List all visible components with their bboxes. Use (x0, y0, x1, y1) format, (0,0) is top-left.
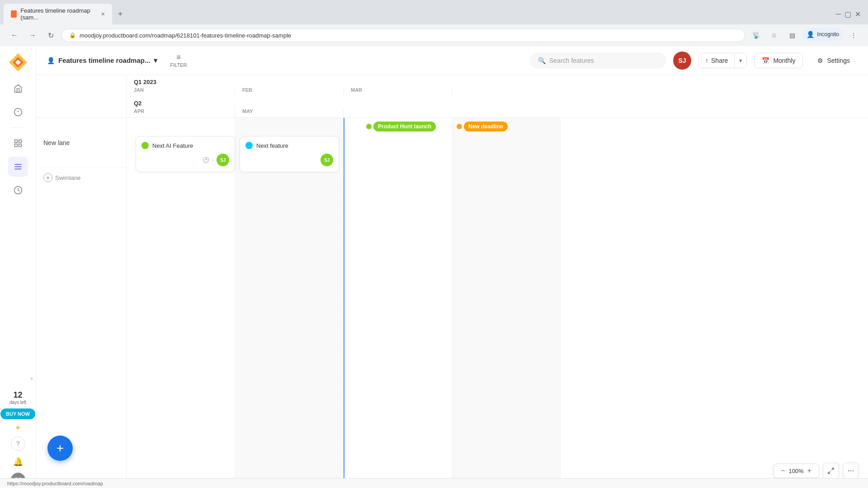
milestone-label-new-deadline: New deadline (464, 122, 508, 131)
share-button[interactable]: ↑ Share (699, 53, 734, 68)
share-area: ↑ Share ▾ (698, 53, 747, 68)
fullscreen-button[interactable] (823, 463, 839, 479)
feature-card-ai-footer: 🕐 - SJ (142, 154, 229, 166)
timeline-area: Q1 2023 JAN FEB MAR (36, 75, 868, 488)
feature-dot-next (245, 142, 253, 149)
svg-line-16 (828, 471, 830, 474)
trial-days-label: days left (9, 400, 26, 405)
lane-new-lane: New lane (36, 118, 126, 168)
maximize-icon[interactable]: ▢ (844, 10, 851, 19)
incognito-label: Incognito (817, 31, 839, 38)
status-bar: https://moodjoy.productboard.com/roadmap (0, 478, 868, 488)
zoom-out-button[interactable]: − (779, 467, 787, 475)
roadmap-title[interactable]: 👤 Features timeline roadmap... ▾ (47, 56, 157, 65)
zoom-in-button[interactable]: + (806, 467, 813, 475)
svg-line-15 (831, 468, 834, 470)
add-tab-button[interactable]: + (114, 8, 127, 20)
settings-icon: ⚙ (817, 57, 823, 64)
zoom-level: 100% (788, 468, 803, 474)
cast-button[interactable]: 📡 (749, 28, 763, 42)
feature-title-next: Next feature (256, 142, 288, 149)
milestone-label-product-hunt: Product Hunt launch (373, 122, 436, 131)
add-swimlane-button[interactable]: + Swimlane (36, 168, 126, 188)
incognito-indicator[interactable]: 👤 Incognito (803, 28, 843, 41)
time-icon-ai: 🕐 (203, 157, 209, 163)
milestone-product-hunt[interactable]: Product Hunt launch (366, 122, 436, 131)
feature-card-next-footer: SJ (245, 154, 333, 166)
lane-name: New lane (43, 139, 70, 146)
sidebar-divider-1 (11, 127, 25, 128)
active-tab[interactable]: Features timeline roadmap (sam... × (4, 4, 112, 24)
filter-button[interactable]: ≡ FILTER (165, 50, 192, 71)
search-icon: 🔍 (538, 57, 546, 64)
incognito-icon: 👤 (807, 31, 814, 38)
menu-button[interactable]: ⋮ (846, 28, 861, 42)
roadmap-title-dropdown-icon: ▾ (154, 56, 157, 65)
roadmap-title-person-icon: 👤 (47, 57, 55, 64)
sidebar-roadmap[interactable] (8, 157, 28, 177)
notification-button[interactable]: 🔔 (11, 455, 25, 469)
sidebar-panel-button[interactable]: ▤ (785, 28, 799, 42)
tab-close-button[interactable]: × (101, 10, 105, 18)
search-bar[interactable]: 🔍 Search features (530, 53, 666, 68)
bookmark-button[interactable]: ☆ (767, 28, 781, 42)
main-content: 👤 Features timeline roadmap... ▾ ≡ FILTE… (36, 46, 868, 488)
reload-button[interactable]: ↻ (43, 28, 58, 42)
back-button[interactable]: ← (7, 28, 22, 42)
quarters-row: Q1 2023 JAN FEB MAR (127, 75, 868, 117)
share-dropdown-button[interactable]: ▾ (735, 54, 746, 67)
svg-rect-7 (14, 140, 17, 143)
time-dash-ai: - (212, 157, 214, 163)
svg-rect-10 (19, 144, 21, 147)
mar-label: MAR (344, 87, 452, 96)
buy-now-button[interactable]: BUY NOW (0, 408, 35, 419)
lanes-panel: New lane + Swimlane (36, 118, 127, 488)
settings-button[interactable]: ⚙ Settings (810, 53, 857, 68)
feature-card-ai[interactable]: Next AI Feature 🕐 - SJ (136, 136, 235, 172)
scroll-down-icon: ▼ (29, 376, 34, 381)
feature-assignee-next[interactable]: SJ (321, 154, 333, 166)
feature-cards-row: Next AI Feature 🕐 - SJ (136, 136, 339, 172)
milestone-dot-new-deadline (457, 124, 462, 129)
svg-point-19 (852, 470, 854, 472)
tab-favicon (11, 10, 17, 18)
dots-button[interactable] (843, 463, 859, 479)
close-window-icon[interactable]: ✕ (855, 10, 861, 19)
apr-column (452, 118, 561, 488)
sidebar-analytics[interactable] (8, 180, 28, 200)
minimize-icon[interactable]: ─ (836, 10, 841, 18)
jan-column (127, 118, 235, 488)
apr-label: APR (127, 108, 235, 117)
calendar-icon: 📅 (762, 57, 769, 64)
svg-rect-8 (19, 140, 21, 143)
feature-card-next-header: Next feature (245, 142, 333, 149)
milestone-new-deadline[interactable]: New deadline (457, 122, 508, 131)
forward-button[interactable]: → (25, 28, 40, 42)
may-label: MAY (235, 108, 343, 117)
monthly-button[interactable]: 📅 Monthly (754, 53, 803, 68)
roadmap-title-text: Features timeline roadmap... (58, 56, 150, 64)
user-avatar-topbar[interactable]: SJ (673, 52, 691, 70)
lane-header-spacer (36, 75, 127, 117)
svg-rect-9 (14, 144, 17, 147)
help-button[interactable]: ? (11, 436, 25, 451)
top-bar: 👤 Features timeline roadmap... ▾ ≡ FILTE… (36, 46, 868, 75)
add-fab-button[interactable]: + (47, 436, 73, 461)
milestone-dot-product-hunt (366, 124, 372, 129)
feature-assignee-ai[interactable]: SJ (217, 154, 229, 166)
status-url: https://moodjoy.productboard.com/roadmap (7, 481, 103, 486)
sidebar-home[interactable] (8, 79, 28, 99)
today-line (344, 118, 344, 488)
sidebar-insights[interactable] (8, 102, 28, 122)
add-swimlane-icon: + (43, 173, 52, 182)
extra-label (344, 108, 524, 112)
feature-card-next[interactable]: Next feature SJ (240, 136, 339, 172)
feature-dot-ai (142, 142, 149, 149)
feature-card-ai-header: Next AI Feature (142, 142, 229, 149)
app-logo[interactable] (9, 53, 27, 71)
secure-icon: 🔒 (69, 32, 76, 38)
address-bar[interactable]: moodjoy.productboard.com/roadmap/6218101… (80, 32, 737, 39)
grid-lines (127, 118, 868, 488)
timeline-grid: Product Hunt launch New deadline Next AI… (127, 118, 868, 488)
sidebar-features[interactable] (8, 133, 28, 153)
